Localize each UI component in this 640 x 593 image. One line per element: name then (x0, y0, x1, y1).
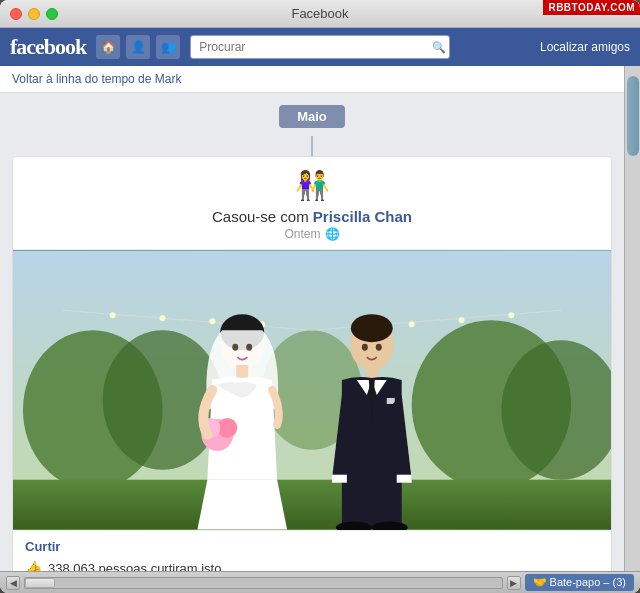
chat-bubble[interactable]: 🤝 Bate-papo – (3) (525, 574, 635, 591)
svg-point-19 (232, 344, 238, 351)
post-date: Ontem (284, 227, 320, 241)
svg-rect-31 (387, 398, 395, 404)
post-footer: Curtir 👍 338.063 pessoas curtiram isto. … (13, 530, 611, 571)
maximize-button[interactable] (46, 8, 58, 20)
month-badge: Maio (279, 105, 345, 128)
svg-point-14 (409, 321, 415, 327)
post-header: 👫 Casou-se com Priscilla Chan Ontem 🌐 (13, 157, 611, 250)
bottom-bar: ◀ ▶ 🤝 Bate-papo – (3) (0, 571, 640, 593)
facebook-navbar: facebook 🏠 👤 👥 🔍 Localizar amigos (0, 28, 640, 66)
wedding-photo-svg (13, 250, 611, 530)
find-friends-link[interactable]: Localizar amigos (540, 40, 630, 54)
scrollbar-track[interactable] (624, 66, 640, 571)
scroll-track[interactable] (24, 577, 503, 589)
globe-icon: 🌐 (325, 227, 340, 241)
post-title: Casou-se com Priscilla Chan (212, 208, 412, 225)
thumbs-up-icon: 👍 (25, 560, 42, 571)
content-area: Voltar à linha do tempo de Mark Maio 👫 C… (0, 66, 640, 571)
search-input[interactable] (190, 35, 450, 59)
friends-icon[interactable]: 👥 (156, 35, 180, 59)
svg-rect-33 (397, 475, 412, 483)
svg-point-15 (459, 317, 465, 323)
back-link[interactable]: Voltar à linha do tempo de Mark (0, 66, 624, 93)
traffic-lights (10, 8, 58, 20)
search-bar: 🔍 (190, 35, 450, 59)
scrollbar-thumb[interactable] (627, 76, 639, 156)
window-title: Facebook (291, 6, 348, 21)
likes-row: 👍 338.063 pessoas curtiram isto. (25, 556, 599, 571)
month-badge-wrap: Maio (0, 93, 624, 136)
post-title-highlight[interactable]: Priscilla Chan (313, 208, 412, 225)
post-subtitle: Ontem 🌐 (284, 227, 339, 241)
svg-point-9 (160, 315, 166, 321)
svg-point-26 (351, 314, 393, 342)
svg-point-27 (362, 344, 368, 351)
likes-count: 338.063 pessoas curtiram isto. (48, 561, 225, 572)
profile-icon[interactable]: 👤 (126, 35, 150, 59)
scroll-right-button[interactable]: ▶ (507, 576, 521, 590)
wedding-photo (13, 250, 611, 530)
svg-point-28 (376, 344, 382, 351)
post-card: 👫 Casou-se com Priscilla Chan Ontem 🌐 (12, 156, 612, 571)
search-button[interactable]: 🔍 (432, 41, 446, 54)
post-title-prefix: Casou-se com (212, 208, 309, 225)
svg-rect-32 (332, 475, 347, 483)
minimize-button[interactable] (28, 8, 40, 20)
svg-rect-6 (13, 480, 611, 530)
title-bar: Facebook RBBTODAY.COM (0, 0, 640, 28)
wedding-icon: 👫 (295, 169, 330, 202)
rbb-badge: RBBTODAY.COM (543, 0, 640, 15)
home-icon[interactable]: 🏠 (96, 35, 120, 59)
curtir-button[interactable]: Curtir (25, 537, 599, 556)
timeline-connector (311, 136, 313, 156)
scroll-thumb[interactable] (25, 578, 55, 588)
svg-point-16 (508, 312, 514, 318)
mac-window: Facebook RBBTODAY.COM facebook 🏠 👤 👥 🔍 L… (0, 0, 640, 593)
svg-point-8 (110, 312, 116, 318)
scroll-left-button[interactable]: ◀ (6, 576, 20, 590)
svg-point-10 (209, 318, 215, 324)
facebook-logo[interactable]: facebook (10, 34, 86, 60)
fb-content[interactable]: Voltar à linha do tempo de Mark Maio 👫 C… (0, 66, 624, 571)
close-button[interactable] (10, 8, 22, 20)
svg-point-20 (246, 344, 252, 351)
